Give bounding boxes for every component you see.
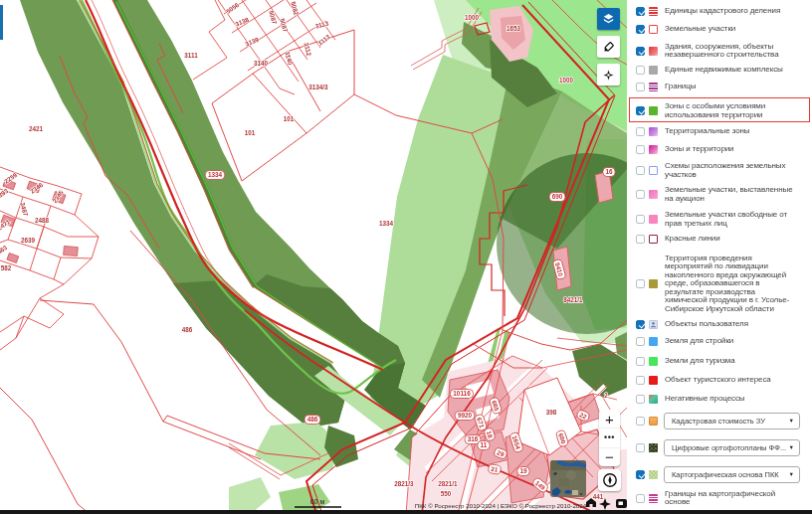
layer-item: Границы на картографической основе bbox=[627, 485, 812, 511]
checkbox-checked[interactable] bbox=[636, 47, 645, 56]
checkbox-unchecked[interactable] bbox=[636, 279, 645, 288]
layers-icon bbox=[601, 12, 616, 27]
texture-light-icon bbox=[649, 470, 658, 479]
chevron-down-icon: ▼ bbox=[789, 471, 794, 477]
layer-select[interactable]: Картографическая основа ПКК▼ bbox=[664, 466, 800, 483]
gradient-purple-icon bbox=[649, 127, 658, 136]
layer-item: Границы bbox=[627, 79, 812, 95]
checkbox-checked[interactable] bbox=[636, 7, 645, 16]
parcel-label: 8421/1 bbox=[563, 296, 583, 303]
monitor-icon bbox=[616, 499, 627, 508]
parcel-label: 486 bbox=[182, 326, 193, 333]
measure-button[interactable] bbox=[597, 36, 620, 58]
satellite-preview bbox=[550, 460, 586, 497]
pencil-icon bbox=[602, 41, 615, 54]
checkbox-checked[interactable] bbox=[636, 320, 645, 329]
svg-text:11: 11 bbox=[481, 441, 488, 448]
layer-select[interactable]: Цифровые ортофотопланы ФФ...▼ bbox=[664, 439, 800, 456]
parcel-label: 398 bbox=[546, 409, 557, 416]
parcel-label: 101 bbox=[245, 129, 256, 136]
checkbox-unchecked[interactable] bbox=[636, 190, 645, 199]
svg-text:316: 316 bbox=[468, 435, 479, 442]
parcel-label: 3111 bbox=[184, 52, 198, 59]
stripes-red-icon bbox=[649, 7, 658, 16]
layer-item-label: Территория проведения мероприятий по лик… bbox=[665, 255, 796, 313]
outline-maroon-icon bbox=[649, 235, 658, 244]
layer-item: Единые недвижимые комплексы bbox=[627, 62, 812, 79]
checkbox-unchecked[interactable] bbox=[636, 443, 645, 452]
layer-item-label: Границы bbox=[665, 83, 796, 90]
layer-item: Здания, сооружения, объекты незавершенно… bbox=[627, 38, 812, 64]
layers-button[interactable] bbox=[597, 8, 620, 30]
checkbox-unchecked[interactable] bbox=[636, 235, 645, 244]
svg-text:9920: 9920 bbox=[458, 412, 473, 419]
layer-item-label: Красные линии bbox=[665, 235, 796, 243]
checkbox-unchecked[interactable] bbox=[636, 417, 645, 426]
parcel-label: 3139 bbox=[244, 36, 260, 48]
checkbox-checked[interactable] bbox=[636, 470, 645, 479]
gradient-red-icon bbox=[649, 47, 658, 56]
checkbox-checked[interactable] bbox=[636, 25, 645, 34]
parcel-label: 2487 bbox=[19, 202, 30, 218]
gradient-orange-icon bbox=[649, 417, 658, 426]
parcel-label: 3140 bbox=[284, 51, 295, 67]
checkbox-unchecked[interactable] bbox=[636, 494, 645, 503]
parcel-label: 441 bbox=[593, 493, 604, 500]
zoom-out-button[interactable]: − bbox=[599, 448, 620, 466]
checkbox-unchecked[interactable] bbox=[636, 127, 645, 136]
map-pill-label: 1334 bbox=[205, 171, 224, 180]
checkbox-unchecked[interactable] bbox=[636, 357, 645, 366]
parcel-label: 2393 bbox=[0, 187, 10, 201]
layer-item-label: Зоны с особыми условиями использования т… bbox=[665, 102, 796, 119]
parcel-label: 1000 bbox=[465, 14, 480, 21]
layer-select[interactable]: Кадастровая стоимость ЗУ▼ bbox=[664, 413, 800, 429]
basemap-thumbnail[interactable] bbox=[550, 460, 586, 497]
svg-text:486: 486 bbox=[307, 416, 318, 423]
checkbox-checked[interactable] bbox=[636, 106, 645, 115]
map-canvas[interactable]: 60 м ПКК © Росреестр 2010-2024 | ЕЭКО © … bbox=[0, 0, 627, 514]
solid-olive-icon bbox=[649, 279, 658, 288]
parcel-label: 3113 bbox=[314, 19, 329, 29]
layer-item-label: Земельные участки свободные от прав трет… bbox=[665, 211, 796, 228]
solid-pink2-icon bbox=[649, 215, 658, 224]
locate-button[interactable] bbox=[598, 469, 621, 491]
checkbox-unchecked[interactable] bbox=[636, 376, 645, 385]
parcel-label: 1653 bbox=[507, 25, 521, 32]
layer-item-label: Единицы кадастрового деления bbox=[665, 7, 796, 15]
parcel-label: 5056 bbox=[225, 1, 241, 15]
parcel-label: 2821/3 bbox=[394, 480, 414, 487]
layers-panel: Единицы кадастрового деленияЗемельные уч… bbox=[627, 0, 812, 514]
checkbox-unchecked[interactable] bbox=[636, 395, 645, 404]
texture-dark-icon bbox=[649, 443, 658, 452]
layer-item: Зоны с особыми условиями использования т… bbox=[627, 98, 812, 124]
gradient-teal-icon bbox=[649, 395, 658, 404]
zoom-in-button[interactable]: + bbox=[599, 410, 620, 428]
map-pill-label: 19 bbox=[517, 467, 529, 476]
layer-item: Земли для туризма bbox=[627, 353, 812, 370]
checkbox-unchecked[interactable] bbox=[636, 337, 645, 346]
sparkle-icon bbox=[602, 69, 615, 82]
layer-item: Земля для стройки bbox=[627, 333, 812, 350]
solid-pink-icon bbox=[649, 190, 658, 199]
identify-button[interactable] bbox=[597, 64, 620, 86]
zoom-more-button[interactable]: ••• bbox=[599, 428, 620, 447]
svg-text:1334: 1334 bbox=[208, 171, 223, 178]
checkbox-unchecked[interactable] bbox=[636, 66, 645, 75]
layer-item-label: Единые недвижимые комплексы bbox=[665, 66, 796, 74]
checkbox-unchecked[interactable] bbox=[636, 215, 645, 224]
layer-item: Земельные участки свободные от прав трет… bbox=[627, 207, 812, 233]
zoom-control: + ••• − bbox=[599, 410, 620, 466]
chevron-down-icon: ▼ bbox=[789, 444, 794, 450]
checkbox-unchecked[interactable] bbox=[636, 145, 645, 154]
layer-item-label: Земельные участки, выставленные на аукци… bbox=[665, 186, 796, 203]
layer-item-label: Объекты пользователя bbox=[665, 320, 796, 328]
solid-brightgreen-icon bbox=[649, 357, 658, 366]
svg-text:16: 16 bbox=[605, 168, 613, 175]
parcel-label: 5087 bbox=[268, 10, 279, 26]
parcel-label: 101 bbox=[284, 115, 295, 122]
parcel-label: 2821/1 bbox=[438, 480, 458, 487]
parcel-label: 2463 bbox=[0, 244, 9, 257]
parcel-label: 1000 bbox=[559, 77, 574, 84]
checkbox-unchecked[interactable] bbox=[636, 83, 645, 91]
checkbox-unchecked[interactable] bbox=[636, 166, 645, 175]
